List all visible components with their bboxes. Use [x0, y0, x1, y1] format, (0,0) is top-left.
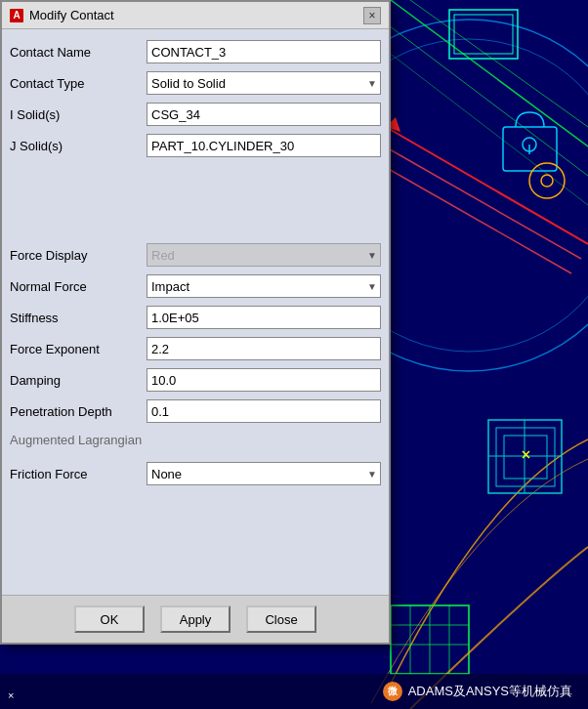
force-display-row: Force Display Red Blue Green None ▼ — [10, 242, 381, 268]
contact-name-row: Contact Name — [10, 39, 381, 64]
dialog-body: Contact Name Contact Type Solid to Solid… — [2, 29, 389, 643]
dialog-title: Modify Contact — [29, 8, 114, 22]
damping-input[interactable] — [147, 368, 381, 392]
apply-button[interactable]: Apply — [160, 605, 231, 633]
svg-line-19 — [523, 451, 529, 458]
svg-line-5 — [391, 0, 588, 146]
svg-line-8 — [371, 39, 588, 205]
normal-force-select-wrapper: Impact None Poisson ▼ — [147, 274, 381, 298]
contact-name-label: Contact Name — [10, 45, 147, 60]
dialog-title-left: A Modify Contact — [10, 8, 114, 22]
force-display-select-wrapper: Red Blue Green None ▼ — [147, 243, 381, 267]
ok-button[interactable]: OK — [74, 605, 145, 633]
force-exponent-input[interactable] — [147, 337, 381, 360]
dialog-app-icon: A — [10, 9, 23, 22]
damping-label: Damping — [10, 373, 147, 388]
friction-force-select-wrapper: None Coulomb ▼ — [147, 462, 381, 485]
force-display-select[interactable]: Red Blue Green None — [147, 243, 381, 267]
friction-force-select[interactable]: None Coulomb — [147, 462, 381, 485]
svg-rect-21 — [503, 127, 557, 171]
svg-rect-26 — [391, 605, 469, 674]
contact-type-label: Contact Type — [10, 76, 147, 91]
normal-force-select[interactable]: Impact None Poisson — [147, 274, 381, 298]
stiffness-input[interactable] — [147, 306, 381, 329]
svg-line-10 — [376, 142, 581, 259]
contact-type-row: Contact Type Solid to Solid Curve to Cur… — [10, 70, 381, 96]
svg-line-20 — [523, 451, 529, 458]
penetration-depth-input[interactable] — [147, 399, 381, 423]
svg-line-6 — [410, 0, 588, 127]
modify-contact-dialog: A Modify Contact × Contact Name Contact … — [0, 0, 391, 645]
contact-type-select[interactable]: Solid to Solid Curve to Curve Point to S… — [147, 71, 381, 95]
solid1-row: I Solid(s) — [10, 102, 381, 127]
svg-line-7 — [381, 20, 588, 176]
close-button[interactable]: Close — [246, 605, 316, 633]
friction-force-row: Friction Force None Coulomb ▼ — [10, 461, 381, 486]
svg-rect-16 — [504, 436, 547, 479]
svg-point-22 — [523, 138, 536, 151]
friction-force-label: Friction Force — [10, 467, 147, 481]
svg-point-25 — [541, 175, 553, 187]
svg-line-9 — [386, 127, 588, 244]
solid1-label: I Solid(s) — [10, 107, 147, 122]
normal-force-row: Normal Force Impact None Poisson ▼ — [10, 273, 381, 299]
force-exponent-row: Force Exponent — [10, 336, 381, 361]
svg-rect-14 — [488, 420, 562, 493]
watermark-text: ADAMS及ANSYS等机械仿真 — [408, 683, 572, 700]
svg-rect-4 — [454, 15, 513, 54]
contact-name-input[interactable] — [147, 40, 381, 63]
force-exponent-label: Force Exponent — [10, 342, 147, 356]
stiffness-row: Stiffness — [10, 305, 381, 330]
bottom-x-marker: × — [8, 689, 14, 701]
solid2-row: J Solid(s) — [10, 133, 381, 158]
contact-type-select-wrapper: Solid to Solid Curve to Curve Point to S… — [147, 71, 381, 95]
solid2-label: J Solid(s) — [10, 139, 147, 153]
damping-row: Damping — [10, 367, 381, 393]
penetration-depth-row: Penetration Depth — [10, 398, 381, 424]
stiffness-label: Stiffness — [10, 311, 147, 325]
solid2-input[interactable] — [147, 134, 381, 157]
form-spacer — [10, 164, 381, 242]
dialog-buttons: OK Apply Close — [2, 595, 389, 643]
svg-rect-3 — [449, 10, 518, 59]
penetration-depth-label: Penetration Depth — [10, 404, 147, 419]
dialog-titlebar: A Modify Contact × — [2, 2, 389, 29]
augmented-lagrangian-row: Augmented Lagrangian — [10, 430, 381, 455]
normal-force-label: Normal Force — [10, 279, 147, 294]
watermark-bar: 微 ADAMS及ANSYS等机械仿真 — [0, 674, 588, 709]
dialog-close-button[interactable]: × — [363, 7, 381, 24]
watermark-icon: 微 — [383, 682, 402, 701]
augmented-lagrangian-label: Augmented Lagrangian — [10, 433, 142, 447]
svg-rect-15 — [496, 428, 555, 486]
force-display-label: Force Display — [10, 248, 147, 263]
svg-line-11 — [366, 156, 571, 273]
solid1-input[interactable] — [147, 103, 381, 126]
form-area: Contact Name Contact Type Solid to Solid… — [2, 29, 389, 595]
svg-point-24 — [529, 163, 565, 198]
